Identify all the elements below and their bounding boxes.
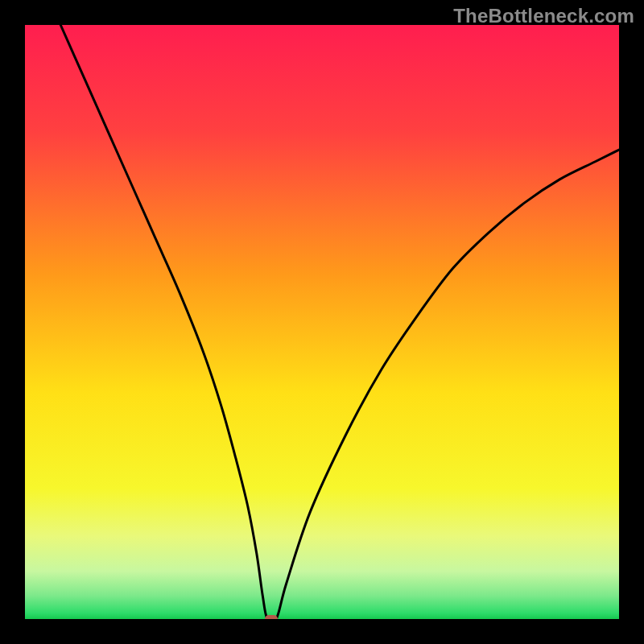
chart-stage: TheBottleneck.com bbox=[0, 0, 644, 644]
optimal-point-marker bbox=[265, 615, 278, 619]
plot-area bbox=[25, 25, 619, 619]
watermark-text: TheBottleneck.com bbox=[453, 5, 634, 27]
curve-layer bbox=[25, 25, 619, 619]
bottleneck-curve bbox=[60, 25, 619, 619]
